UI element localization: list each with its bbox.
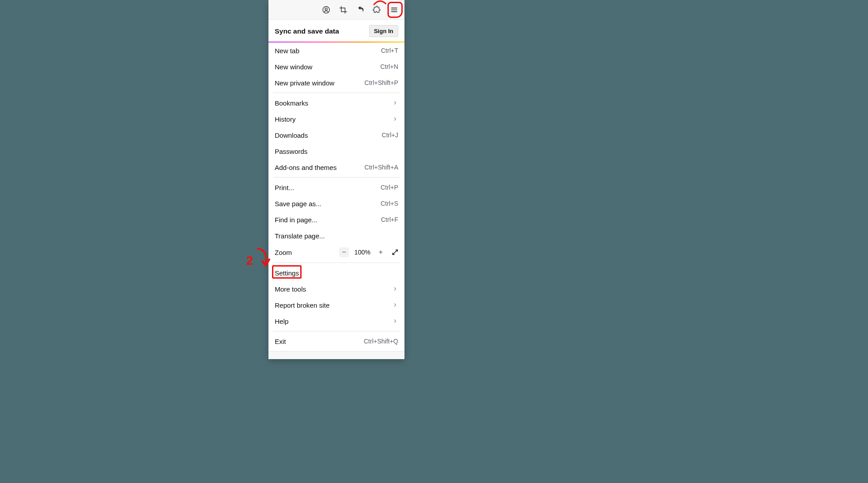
chevron-right-icon [392,302,398,308]
annotation-step-number: 2 [246,254,253,267]
separator [273,263,400,263]
menu-item-label: History [275,115,392,123]
menu-item-label: Help [275,318,392,325]
sign-in-button[interactable]: Sign In [369,25,398,37]
svg-point-0 [323,6,330,13]
menu-item-shortcut: Ctrl+N [380,63,398,70]
zoom-out-button[interactable]: − [339,247,349,257]
sync-title: Sync and save data [275,27,339,35]
zoom-value: 100% [353,249,371,256]
menu-item-shortcut: Ctrl+S [381,200,398,207]
fullscreen-button[interactable] [390,247,400,257]
menu-item-shortcut: Ctrl+T [381,47,399,54]
menu-item-settings[interactable]: Settings [268,265,404,281]
menu-item-label: Downloads [275,131,382,139]
menu-item-shortcut: Ctrl+Shift+Q [364,338,398,345]
menu-item-shortcut: Ctrl+P [381,184,398,191]
menu-item-label: Exit [275,338,364,345]
menu-item-label: Translate page... [275,232,398,240]
menu-item-label: Add-ons and themes [275,164,365,171]
menu-item-new-tab[interactable]: New tab Ctrl+T [268,42,404,59]
toolbar [268,0,404,20]
annotation-step-2-arrow: 2 [244,245,272,273]
menu-item-label: Bookmarks [275,99,392,107]
menu-item-help[interactable]: Help [268,313,404,329]
menu-item-bookmarks[interactable]: Bookmarks [268,95,404,111]
zoom-controls: − 100% + [339,247,400,257]
zoom-label: Zoom [275,249,339,256]
menu-item-addons[interactable]: Add-ons and themes Ctrl+Shift+A [268,159,404,175]
undo-icon[interactable] [355,5,365,15]
svg-point-1 [325,8,328,10]
menu-item-translate-page[interactable]: Translate page... [268,228,404,244]
menu-item-passwords[interactable]: Passwords [268,143,404,159]
chevron-right-icon [392,100,398,106]
menu-item-find-in-page[interactable]: Find in page... Ctrl+F [268,212,404,228]
menu-item-label: Save page as... [275,200,381,208]
extensions-icon[interactable] [372,5,382,15]
chevron-right-icon [392,116,398,122]
separator [273,331,400,331]
menu-item-shortcut: Ctrl+Shift+A [365,164,398,171]
menu-item-shortcut: Ctrl+J [382,131,398,139]
menu-item-label: New window [275,63,380,71]
menu-item-report-broken-site[interactable]: Report broken site [268,297,404,313]
account-icon[interactable] [321,5,331,15]
chevron-right-icon [392,286,398,292]
menu-item-new-private-window[interactable]: New private window Ctrl+Shift+P [268,75,404,91]
menu-item-new-window[interactable]: New window Ctrl+N [268,59,404,75]
panel-footer [268,351,404,359]
zoom-in-button[interactable]: + [376,247,386,257]
menu-item-shortcut: Ctrl+F [381,216,399,223]
menu-item-save-page-as[interactable]: Save page as... Ctrl+S [268,195,404,212]
menu-item-label: Settings [275,269,398,277]
sync-row: Sync and save data Sign In [268,20,404,42]
app-menu: Sync and save data Sign In New tab Ctrl+… [268,20,404,359]
hamburger-menu-icon[interactable] [389,5,399,15]
menu-item-shortcut: Ctrl+Shift+P [365,79,398,86]
menu-item-more-tools[interactable]: More tools [268,281,404,297]
menu-item-label: More tools [275,285,392,293]
crop-icon[interactable] [338,5,348,15]
menu-item-label: Passwords [275,148,398,155]
menu-item-exit[interactable]: Exit Ctrl+Shift+Q [268,333,404,349]
separator [273,177,400,178]
menu-item-label: Report broken site [275,301,392,309]
menu-item-print[interactable]: Print... Ctrl+P [268,179,404,195]
menu-item-downloads[interactable]: Downloads Ctrl+J [268,127,404,143]
menu-item-label: New tab [275,47,381,55]
menu-item-label: Print... [275,184,381,191]
separator [273,93,400,93]
menu-item-label: New private window [275,79,365,87]
menu-item-label: Find in page... [275,216,381,224]
chevron-right-icon [392,318,398,324]
menu-item-zoom: Zoom − 100% + [268,244,404,261]
browser-menu-panel: Sync and save data Sign In New tab Ctrl+… [268,0,404,359]
menu-item-history[interactable]: History [268,111,404,127]
